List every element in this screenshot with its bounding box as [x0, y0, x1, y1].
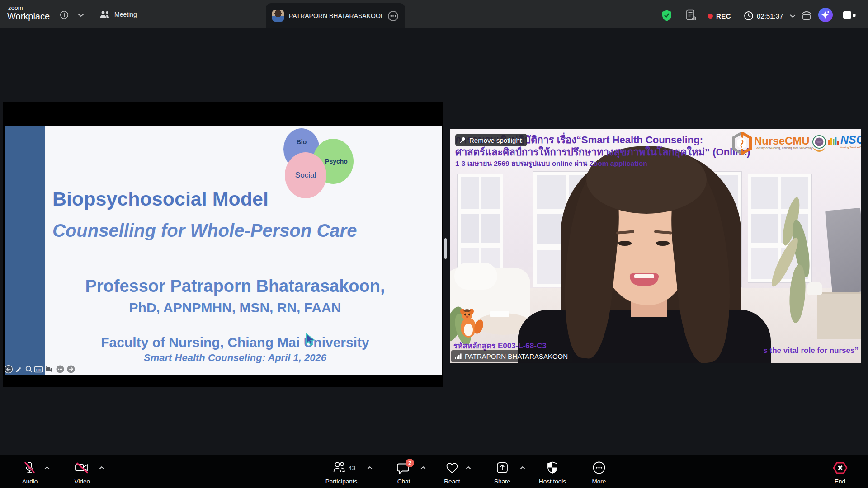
meeting-tab-label: Meeting	[114, 11, 137, 18]
chat-button[interactable]: 2 Chat	[382, 455, 425, 488]
venn-psycho-label: Psycho	[325, 158, 348, 165]
audio-button[interactable]: Audio	[8, 455, 52, 488]
security-shield-icon[interactable]	[661, 9, 673, 22]
person-eye-left	[618, 241, 632, 246]
react-button[interactable]: React	[430, 455, 474, 488]
slide-subtitle: Counselling for Whole-Person Care	[52, 221, 357, 241]
workplace-logo-word: Workplace	[7, 11, 50, 22]
ai-companion-icon[interactable]	[818, 7, 833, 23]
cc-glyph: CC	[36, 368, 41, 372]
video-label: Video	[61, 478, 104, 485]
camera-off-icon[interactable]	[45, 365, 54, 374]
quote-fragment: s the vital role for nurses”	[763, 346, 859, 355]
pane-resize-handle[interactable]	[444, 238, 447, 259]
tv-screen	[825, 208, 861, 294]
remove-spotlight-label: Remove spotlight	[469, 136, 522, 144]
camera-off-toolbar-icon	[75, 462, 90, 474]
share-label: Share	[481, 478, 524, 485]
share-button[interactable]: Share	[481, 455, 524, 488]
more-button[interactable]: More	[577, 455, 621, 488]
more-icon	[592, 461, 606, 474]
zoom-meeting-window: zoom Workplace Meeting PATRAPORN BHATARA	[0, 0, 868, 488]
end-label: End	[818, 478, 862, 485]
participants-chevron-icon[interactable]	[367, 466, 373, 470]
video-button[interactable]: Video	[61, 455, 104, 488]
remove-spotlight-button[interactable]: Remove spotlight	[455, 134, 527, 146]
cc-icon[interactable]: CC	[34, 365, 43, 374]
video-chevron-icon[interactable]	[99, 466, 105, 470]
shared-screen-region: Bio Psycho Social Biopsychosocial Model …	[3, 102, 443, 387]
nsc-logo-bars-icon	[828, 136, 840, 147]
avatar	[272, 10, 284, 22]
rec-label: REC	[716, 12, 731, 20]
participants-button[interactable]: 43 Participants	[310, 455, 373, 488]
slide-title: Biopsychosocial Model	[52, 188, 269, 210]
audio-chevron-icon[interactable]	[44, 466, 50, 470]
pin-icon	[459, 136, 466, 144]
participants-count: 43	[348, 464, 356, 472]
host-tools-label: Host tools	[529, 478, 576, 485]
react-label: React	[430, 478, 474, 485]
zoom-magnifier-icon[interactable]	[24, 365, 33, 374]
person-eye-right	[656, 241, 670, 246]
side-panel-icon[interactable]	[842, 10, 856, 20]
info-icon[interactable]	[60, 10, 69, 19]
course-code: รหัสหลักสูตร E003-L-68-C3	[453, 339, 547, 352]
meeting-timer: 02:51:37	[757, 12, 783, 20]
nsc-logo-sub: Nursing Service Center	[840, 146, 861, 149]
tv-console	[817, 292, 861, 339]
slide-event-line: Smart Health Counseling: April 1, 2026	[52, 352, 418, 364]
rec-dot	[708, 14, 713, 19]
slide-back-icon[interactable]	[5, 365, 13, 374]
chat-label: Chat	[382, 478, 425, 485]
transcript-icon[interactable]	[685, 9, 698, 21]
chat-chevron-icon[interactable]	[420, 466, 426, 470]
person-teeth	[634, 274, 654, 278]
annotate-pencil-icon[interactable]	[14, 365, 24, 374]
participant-name-label: PATRAPORN BHATARASAKOON	[465, 352, 568, 360]
end-meeting-icon	[832, 461, 848, 475]
people-icon	[99, 10, 110, 19]
nursecmu-logo-icon	[731, 132, 753, 155]
chevron-down-icon[interactable]	[77, 13, 85, 17]
mic-muted-icon	[23, 460, 36, 475]
slide-credentials: PhD, APNPMHN, MSN, RN, FAAN	[52, 300, 418, 315]
tab-options-icon[interactable]	[387, 10, 399, 22]
participants-label: Participants	[310, 478, 373, 485]
heart-icon	[445, 461, 459, 474]
banner-line3: 1-3 เมษายน 2569 อบรมรูปแบบ online ผ่าน Z…	[455, 158, 647, 169]
slide-forward-icon[interactable]	[66, 365, 75, 374]
presentation-slide: Bio Psycho Social Biopsychosocial Model …	[5, 126, 442, 375]
venn-social-circle: Social	[285, 152, 326, 198]
globe-emblem-icon	[810, 134, 828, 153]
signal-bars-icon	[454, 353, 462, 360]
participants-icon	[332, 461, 346, 474]
tab-meeting[interactable]: Meeting	[99, 7, 137, 22]
slide-more-icon[interactable]	[56, 365, 65, 374]
clock-icon	[744, 11, 754, 21]
sofa-pillow	[454, 263, 497, 290]
slide-presenter: Professor Patraporn Bhatarasakoon,	[52, 277, 418, 296]
host-tools-button[interactable]: Host tools	[529, 455, 576, 488]
venn-bio-label: Bio	[297, 138, 307, 145]
slide-affiliation: Faculty of Nursing, Chiang Mai Universit…	[52, 335, 418, 350]
top-bar: zoom Workplace Meeting PATRAPORN BHATARA	[0, 0, 868, 28]
share-chevron-icon[interactable]	[519, 466, 526, 470]
audio-label: Audio	[8, 478, 52, 485]
tab-shared-screen[interactable]: PATRAPORN BHATARASAKOON's	[266, 3, 405, 28]
nursecmu-logo-sub: Faculty of Nursing, Chiang Mai Universit…	[755, 146, 812, 150]
connected-device-icon[interactable]	[800, 9, 813, 21]
venn-social-label: Social	[295, 171, 316, 180]
react-chevron-icon[interactable]	[465, 466, 472, 470]
share-tab-label: PATRAPORN BHATARASAKOON's	[289, 12, 382, 19]
more-label: More	[577, 478, 621, 485]
mouse-cursor	[306, 333, 317, 347]
mascot-character	[453, 309, 494, 340]
host-tools-shield-icon	[546, 461, 559, 474]
slide-sidebar-stripe	[5, 126, 45, 375]
spotlight-video-tile: การอบรมเชิงปฏิบัติการ เรื่อง“Smart Healt…	[450, 129, 861, 363]
white-pot	[807, 282, 822, 295]
timer-chevron-icon[interactable]	[789, 14, 796, 18]
end-button[interactable]: End	[818, 455, 862, 488]
share-screen-icon	[495, 461, 509, 474]
